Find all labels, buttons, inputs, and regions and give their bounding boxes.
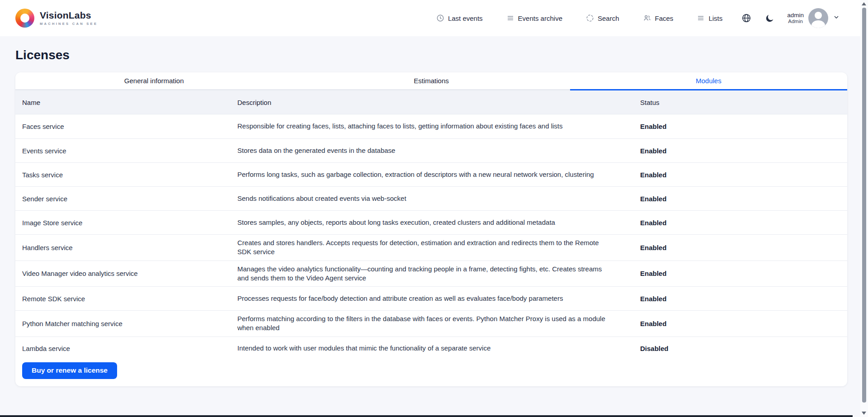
- list-icon: [506, 14, 514, 22]
- column-header-status: Status: [640, 99, 847, 106]
- bottom-edge-bar: [0, 415, 853, 417]
- module-name-cell: Lambda service: [15, 345, 237, 352]
- table-row: Image Store serviceStores samples, any o…: [15, 210, 847, 234]
- module-status-cell: Enabled: [640, 244, 847, 251]
- table-header-row: Name Description Status: [15, 90, 847, 114]
- module-status-cell: Disabled: [640, 345, 847, 352]
- scrollbar-down-arrow[interactable]: [862, 412, 866, 415]
- module-status-cell: Enabled: [640, 147, 847, 155]
- module-description-cell: Manages the video analytics functionalit…: [237, 265, 640, 283]
- nav-item-label: Last events: [448, 14, 483, 22]
- tab-bar: General information Estimations Modules: [15, 72, 847, 90]
- column-header-description: Description: [237, 99, 640, 106]
- module-name-cell: Tasks service: [15, 171, 237, 179]
- buy-or-renew-license-button[interactable]: Buy or renew a license: [22, 362, 117, 379]
- module-name-cell: Events service: [15, 147, 237, 155]
- module-status-cell: Enabled: [640, 295, 847, 303]
- table-row: Sender serviceSends notifications about …: [15, 186, 847, 210]
- licenses-card: General information Estimations Modules …: [15, 72, 847, 386]
- module-description-cell: Responsible for creating faces, lists, a…: [237, 122, 640, 131]
- faces-icon: [643, 14, 651, 22]
- scrollbar-up-arrow[interactable]: [862, 2, 866, 5]
- column-header-name: Name: [15, 99, 237, 106]
- avatar: [808, 8, 828, 28]
- module-description-cell: Creates and stores handlers. Accepts req…: [237, 238, 640, 257]
- module-description-cell: Performs matching according to the filte…: [237, 314, 640, 333]
- nav-item-search[interactable]: Search: [586, 14, 619, 22]
- module-name-cell: Handlers service: [15, 244, 237, 251]
- table-row: Lambda serviceIntended to work with user…: [15, 336, 847, 360]
- module-status-cell: Enabled: [640, 195, 847, 203]
- nav-item-events-archive[interactable]: Events archive: [506, 14, 562, 22]
- module-description-cell: Sends notifications about created events…: [237, 194, 640, 203]
- module-description-cell: Processes requests for face/body detecti…: [237, 294, 640, 303]
- brand-logo[interactable]: VisionLabs MACHINES CAN SEE: [15, 9, 98, 28]
- brand-tagline: MACHINES CAN SEE: [40, 22, 98, 26]
- module-description-cell: Stores samples, any objects, reports abo…: [237, 218, 640, 227]
- modules-table-body: Faces serviceResponsible for creating fa…: [15, 114, 847, 360]
- module-name-cell: Image Store service: [15, 219, 237, 227]
- module-status-cell: Enabled: [640, 171, 847, 179]
- moon-icon: [765, 14, 774, 23]
- module-status-cell: Enabled: [640, 320, 847, 327]
- button-area: Buy or renew a license: [15, 360, 847, 386]
- visionlabs-logo-icon: [15, 9, 34, 28]
- table-row: Remote SDK serviceProcesses requests for…: [15, 286, 847, 310]
- module-status-cell: Enabled: [640, 123, 847, 130]
- nav-item-label: Search: [598, 14, 619, 22]
- list-icon: [697, 14, 705, 22]
- nav-item-label: Faces: [655, 14, 674, 22]
- main-content: Licenses General information Estimations…: [0, 48, 868, 386]
- top-bar: VisionLabs MACHINES CAN SEE Last events: [0, 0, 868, 36]
- module-status-cell: Enabled: [640, 270, 847, 277]
- module-name-cell: Python Matcher matching service: [15, 320, 237, 327]
- module-description-cell: Stores data on the generated events in t…: [237, 146, 640, 155]
- module-status-cell: Enabled: [640, 219, 847, 227]
- table-row: Events serviceStores data on the generat…: [15, 138, 847, 162]
- vertical-scrollbar[interactable]: [860, 0, 868, 417]
- tab-general-information[interactable]: General information: [15, 72, 292, 90]
- table-row: Handlers serviceCreates and stores handl…: [15, 234, 847, 261]
- clock-icon: [436, 14, 444, 22]
- user-menu[interactable]: admin Admin: [787, 8, 840, 28]
- top-navigation: Last events Events archive Search: [436, 8, 840, 28]
- nav-item-label: Lists: [708, 14, 722, 22]
- user-name: admin: [787, 12, 804, 19]
- nav-item-lists[interactable]: Lists: [697, 14, 722, 22]
- module-name-cell: Remote SDK service: [15, 295, 237, 303]
- tab-estimations[interactable]: Estimations: [292, 72, 570, 90]
- chevron-down-icon: [833, 14, 840, 23]
- globe-icon: [741, 13, 751, 23]
- language-button[interactable]: [741, 13, 751, 23]
- module-name-cell: Sender service: [15, 195, 237, 203]
- focus-circle-icon: [586, 14, 594, 22]
- dark-mode-toggle[interactable]: [765, 14, 774, 23]
- module-name-cell: Faces service: [15, 123, 237, 130]
- user-role: Admin: [788, 19, 803, 24]
- table-row: Faces serviceResponsible for creating fa…: [15, 114, 847, 138]
- table-row: Python Matcher matching servicePerforms …: [15, 310, 847, 336]
- scrollbar-thumb[interactable]: [862, 8, 866, 403]
- nav-item-faces[interactable]: Faces: [643, 14, 674, 22]
- table-row: Tasks servicePerforms long tasks, such a…: [15, 162, 847, 186]
- tab-modules[interactable]: Modules: [570, 72, 847, 90]
- module-name-cell: Video Manager video analytics service: [15, 270, 237, 277]
- page-title: Licenses: [15, 48, 847, 62]
- brand-name: VisionLabs: [40, 10, 98, 20]
- module-description-cell: Performs long tasks, such as garbage col…: [237, 170, 640, 179]
- nav-item-last-events[interactable]: Last events: [436, 14, 483, 22]
- module-description-cell: Intended to work with user modules that …: [237, 344, 640, 353]
- nav-item-label: Events archive: [518, 14, 562, 22]
- table-row: Video Manager video analytics serviceMan…: [15, 261, 847, 287]
